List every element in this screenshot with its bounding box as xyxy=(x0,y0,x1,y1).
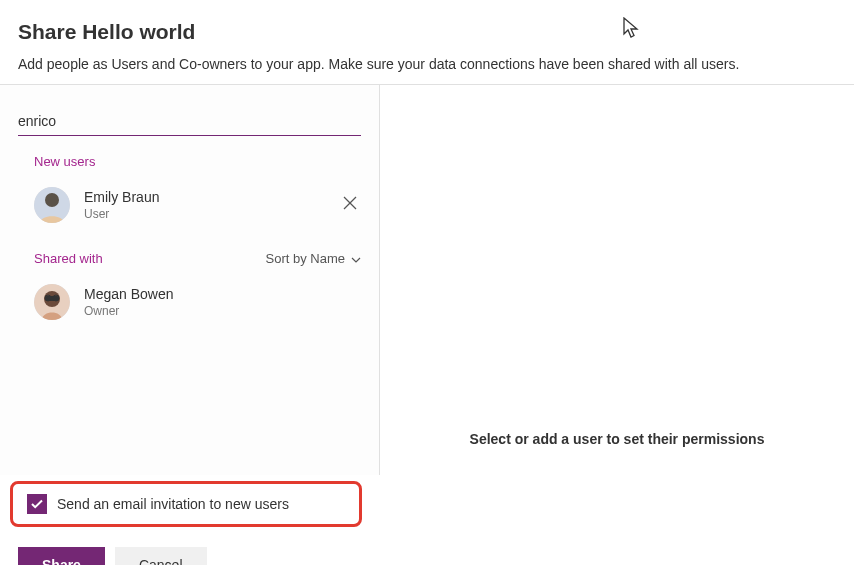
avatar xyxy=(34,187,70,223)
search-input[interactable] xyxy=(18,107,361,136)
svg-rect-6 xyxy=(45,296,59,301)
chevron-down-icon xyxy=(351,251,361,266)
sort-dropdown[interactable]: Sort by Name xyxy=(266,251,361,266)
check-icon xyxy=(30,497,44,511)
user-info: Emily Braun User xyxy=(84,189,325,221)
permissions-placeholder: Select or add a user to set their permis… xyxy=(470,431,765,447)
list-item[interactable]: Megan Bowen Owner xyxy=(0,274,379,330)
email-invitation-checkbox[interactable] xyxy=(27,494,47,514)
cancel-button[interactable]: Cancel xyxy=(115,547,207,565)
share-button[interactable]: Share xyxy=(18,547,105,565)
left-panel: New users Emily Braun User Shared with S… xyxy=(0,85,380,475)
email-invitation-label: Send an email invitation to new users xyxy=(57,496,289,512)
user-role: Owner xyxy=(84,304,361,318)
dialog-subtitle: Add people as Users and Co-owners to you… xyxy=(18,56,836,72)
remove-user-button[interactable] xyxy=(339,192,361,218)
shared-with-label: Shared with xyxy=(34,251,103,266)
user-name: Emily Braun xyxy=(84,189,325,205)
user-name: Megan Bowen xyxy=(84,286,361,302)
svg-point-1 xyxy=(45,193,59,207)
dialog-header: Share Hello world Add people as Users an… xyxy=(0,0,854,84)
email-invitation-row: Send an email invitation to new users xyxy=(10,481,362,527)
user-info: Megan Bowen Owner xyxy=(84,286,361,318)
close-icon xyxy=(343,196,357,210)
dialog-footer: Share Cancel xyxy=(0,527,854,565)
avatar xyxy=(34,284,70,320)
new-users-label: New users xyxy=(0,136,379,177)
dialog-title: Share Hello world xyxy=(18,20,836,44)
right-panel: Select or add a user to set their permis… xyxy=(380,85,854,475)
content-area: New users Emily Braun User Shared with S… xyxy=(0,85,854,475)
user-role: User xyxy=(84,207,325,221)
sort-label: Sort by Name xyxy=(266,251,345,266)
list-item[interactable]: Emily Braun User xyxy=(0,177,379,233)
